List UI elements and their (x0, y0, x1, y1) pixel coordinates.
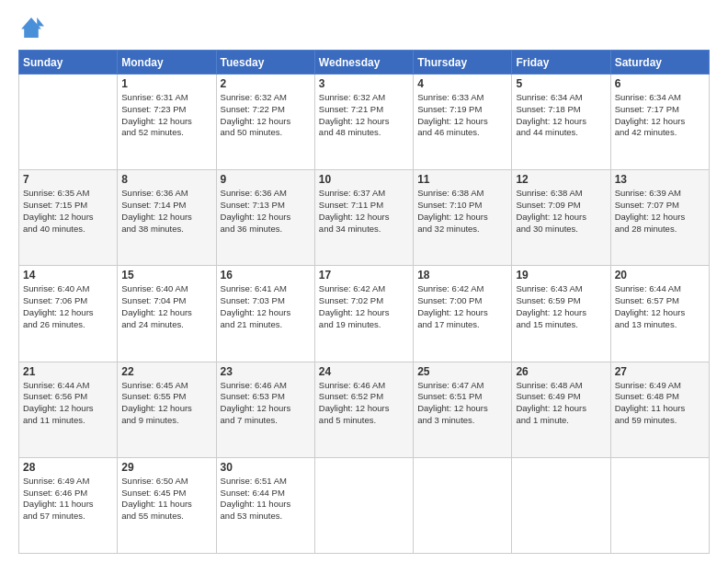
logo-icon (18, 15, 44, 40)
cell-info: Sunrise: 6:39 AMSunset: 7:07 PMDaylight:… (615, 188, 705, 235)
cell-info: Sunrise: 6:32 AMSunset: 7:22 PMDaylight:… (221, 92, 311, 139)
day-number: 18 (417, 269, 507, 282)
calendar-cell: 8Sunrise: 6:36 AMSunset: 7:14 PMDaylight… (118, 170, 216, 266)
calendar-cell: 13Sunrise: 6:39 AMSunset: 7:07 PMDayligh… (610, 170, 709, 266)
cell-info: Sunrise: 6:41 AMSunset: 7:03 PMDaylight:… (221, 283, 311, 330)
day-number: 21 (23, 365, 113, 378)
day-number: 23 (221, 365, 311, 378)
calendar-row-2: 7Sunrise: 6:35 AMSunset: 7:15 PMDaylight… (19, 170, 710, 266)
cell-info: Sunrise: 6:46 AMSunset: 6:53 PMDaylight:… (221, 380, 311, 427)
col-header-tuesday: Tuesday (216, 51, 314, 75)
cell-info: Sunrise: 6:47 AMSunset: 6:51 PMDaylight:… (417, 380, 507, 427)
calendar-cell: 18Sunrise: 6:42 AMSunset: 7:00 PMDayligh… (414, 266, 512, 362)
day-number: 19 (516, 269, 606, 282)
calendar-cell (414, 457, 512, 553)
day-number: 27 (615, 365, 705, 378)
cell-info: Sunrise: 6:46 AMSunset: 6:52 PMDaylight:… (319, 380, 409, 427)
calendar-cell: 1Sunrise: 6:31 AMSunset: 7:23 PMDaylight… (118, 75, 216, 170)
calendar-cell: 5Sunrise: 6:34 AMSunset: 7:18 PMDaylight… (512, 75, 610, 170)
cell-info: Sunrise: 6:40 AMSunset: 7:06 PMDaylight:… (23, 283, 113, 330)
day-number: 1 (121, 77, 211, 90)
col-header-saturday: Saturday (610, 51, 709, 75)
calendar-cell (314, 457, 413, 553)
calendar-cell: 15Sunrise: 6:40 AMSunset: 7:04 PMDayligh… (118, 266, 216, 362)
calendar-cell: 23Sunrise: 6:46 AMSunset: 6:53 PMDayligh… (216, 362, 314, 457)
cell-info: Sunrise: 6:44 AMSunset: 6:56 PMDaylight:… (23, 380, 113, 427)
calendar-cell: 16Sunrise: 6:41 AMSunset: 7:03 PMDayligh… (216, 266, 314, 362)
day-number: 20 (615, 269, 705, 282)
col-header-thursday: Thursday (414, 51, 512, 75)
cell-info: Sunrise: 6:44 AMSunset: 6:57 PMDaylight:… (615, 283, 705, 330)
cell-info: Sunrise: 6:34 AMSunset: 7:18 PMDaylight:… (516, 92, 606, 139)
day-number: 22 (121, 365, 211, 378)
calendar-cell: 2Sunrise: 6:32 AMSunset: 7:22 PMDaylight… (216, 75, 314, 170)
calendar-cell: 14Sunrise: 6:40 AMSunset: 7:06 PMDayligh… (19, 266, 118, 362)
cell-info: Sunrise: 6:35 AMSunset: 7:15 PMDaylight:… (23, 188, 113, 235)
cell-info: Sunrise: 6:42 AMSunset: 7:02 PMDaylight:… (319, 283, 409, 330)
logo (18, 15, 48, 40)
cell-info: Sunrise: 6:51 AMSunset: 6:44 PMDaylight:… (221, 476, 311, 523)
calendar-cell: 20Sunrise: 6:44 AMSunset: 6:57 PMDayligh… (610, 266, 709, 362)
col-header-wednesday: Wednesday (314, 51, 413, 75)
col-header-monday: Monday (118, 51, 216, 75)
cell-info: Sunrise: 6:36 AMSunset: 7:13 PMDaylight:… (221, 188, 311, 235)
col-header-friday: Friday (512, 51, 610, 75)
page: SundayMondayTuesdayWednesdayThursdayFrid… (0, 0, 728, 563)
cell-info: Sunrise: 6:38 AMSunset: 7:09 PMDaylight:… (516, 188, 606, 235)
calendar-cell: 25Sunrise: 6:47 AMSunset: 6:51 PMDayligh… (414, 362, 512, 457)
day-number: 13 (615, 173, 705, 186)
day-number: 15 (121, 269, 211, 282)
calendar-cell: 21Sunrise: 6:44 AMSunset: 6:56 PMDayligh… (19, 362, 118, 457)
day-number: 6 (615, 77, 705, 90)
svg-marker-1 (37, 17, 44, 26)
calendar-cell: 26Sunrise: 6:48 AMSunset: 6:49 PMDayligh… (512, 362, 610, 457)
cell-info: Sunrise: 6:31 AMSunset: 7:23 PMDaylight:… (121, 92, 211, 139)
cell-info: Sunrise: 6:49 AMSunset: 6:46 PMDaylight:… (23, 476, 113, 523)
day-number: 26 (516, 365, 606, 378)
calendar-cell: 3Sunrise: 6:32 AMSunset: 7:21 PMDaylight… (314, 75, 413, 170)
calendar-cell: 10Sunrise: 6:37 AMSunset: 7:11 PMDayligh… (314, 170, 413, 266)
calendar-cell: 28Sunrise: 6:49 AMSunset: 6:46 PMDayligh… (19, 457, 118, 553)
calendar-cell: 9Sunrise: 6:36 AMSunset: 7:13 PMDaylight… (216, 170, 314, 266)
day-number: 16 (221, 269, 311, 282)
col-header-sunday: Sunday (19, 51, 118, 75)
calendar-cell: 19Sunrise: 6:43 AMSunset: 6:59 PMDayligh… (512, 266, 610, 362)
cell-info: Sunrise: 6:50 AMSunset: 6:45 PMDaylight:… (121, 476, 211, 523)
cell-info: Sunrise: 6:37 AMSunset: 7:11 PMDaylight:… (319, 188, 409, 235)
cell-info: Sunrise: 6:33 AMSunset: 7:19 PMDaylight:… (417, 92, 507, 139)
cell-info: Sunrise: 6:40 AMSunset: 7:04 PMDaylight:… (121, 283, 211, 330)
calendar-cell: 4Sunrise: 6:33 AMSunset: 7:19 PMDaylight… (414, 75, 512, 170)
cell-info: Sunrise: 6:32 AMSunset: 7:21 PMDaylight:… (319, 92, 409, 139)
day-number: 10 (319, 173, 409, 186)
calendar-cell: 22Sunrise: 6:45 AMSunset: 6:55 PMDayligh… (118, 362, 216, 457)
cell-info: Sunrise: 6:49 AMSunset: 6:48 PMDaylight:… (615, 380, 705, 427)
day-number: 2 (221, 77, 311, 90)
day-number: 30 (221, 461, 311, 474)
calendar-cell: 7Sunrise: 6:35 AMSunset: 7:15 PMDaylight… (19, 170, 118, 266)
day-number: 17 (319, 269, 409, 282)
calendar-cell (610, 457, 709, 553)
cell-info: Sunrise: 6:38 AMSunset: 7:10 PMDaylight:… (417, 188, 507, 235)
calendar-cell: 11Sunrise: 6:38 AMSunset: 7:10 PMDayligh… (414, 170, 512, 266)
day-number: 24 (319, 365, 409, 378)
header (18, 15, 710, 40)
day-number: 28 (23, 461, 113, 474)
day-number: 7 (23, 173, 113, 186)
day-number: 4 (417, 77, 507, 90)
calendar-cell: 12Sunrise: 6:38 AMSunset: 7:09 PMDayligh… (512, 170, 610, 266)
day-number: 29 (121, 461, 211, 474)
day-number: 14 (23, 269, 113, 282)
calendar-cell (512, 457, 610, 553)
day-number: 9 (221, 173, 311, 186)
day-number: 3 (319, 77, 409, 90)
header-row: SundayMondayTuesdayWednesdayThursdayFrid… (19, 51, 710, 75)
calendar-cell: 29Sunrise: 6:50 AMSunset: 6:45 PMDayligh… (118, 457, 216, 553)
calendar-row-4: 21Sunrise: 6:44 AMSunset: 6:56 PMDayligh… (19, 362, 710, 457)
calendar-row-1: 1Sunrise: 6:31 AMSunset: 7:23 PMDaylight… (19, 75, 710, 170)
calendar-cell: 27Sunrise: 6:49 AMSunset: 6:48 PMDayligh… (610, 362, 709, 457)
day-number: 5 (516, 77, 606, 90)
calendar-cell (19, 75, 118, 170)
cell-info: Sunrise: 6:48 AMSunset: 6:49 PMDaylight:… (516, 380, 606, 427)
calendar-cell: 30Sunrise: 6:51 AMSunset: 6:44 PMDayligh… (216, 457, 314, 553)
cell-info: Sunrise: 6:42 AMSunset: 7:00 PMDaylight:… (417, 283, 507, 330)
